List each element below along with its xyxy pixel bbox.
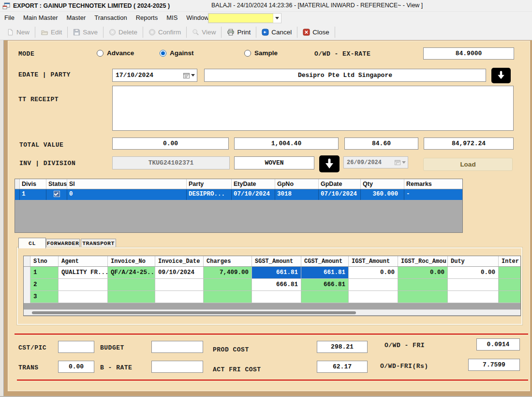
calendar-icon bbox=[395, 160, 400, 165]
total-value-field-4[interactable]: 84,972.24 bbox=[424, 137, 514, 150]
column-header-duty[interactable]: Duty bbox=[448, 256, 499, 266]
column-header-status[interactable]: Status bbox=[46, 179, 67, 189]
toolbar-separator bbox=[297, 27, 297, 38]
save-button[interactable]: Save bbox=[69, 27, 102, 38]
undo-circle-icon bbox=[262, 29, 269, 36]
confirm-button[interactable]: Confirm bbox=[144, 27, 185, 38]
table-row[interactable]: 2 666.81 666.81 bbox=[24, 279, 520, 291]
mode-radio-against[interactable]: Against bbox=[160, 49, 194, 57]
table-row[interactable]: 3 bbox=[24, 291, 520, 303]
total-value-field-2[interactable]: 1,004.40 bbox=[234, 137, 339, 150]
row-indicator bbox=[24, 291, 30, 303]
column-header-agent[interactable]: Agent bbox=[59, 256, 108, 266]
edate-party-label: EDATE | PARTY bbox=[18, 71, 71, 78]
trans-field[interactable]: 0.00 bbox=[58, 361, 94, 373]
act-fri-cost-field[interactable]: 62.17 bbox=[317, 361, 368, 373]
down-arrow-icon bbox=[324, 158, 335, 170]
column-header-slno[interactable]: Slno bbox=[30, 256, 59, 266]
column-header-invoice-no[interactable]: Invoice_No bbox=[108, 256, 155, 266]
column-header-igst[interactable]: IGST_Amount bbox=[349, 256, 398, 266]
tab-cl[interactable]: CL bbox=[18, 238, 46, 248]
mode-label: MODE bbox=[18, 50, 34, 58]
window-left-edge bbox=[0, 40, 4, 397]
app-window: EXPORT : GAINUP TECHNOTEK LIMITED ( 2024… bbox=[0, 0, 532, 397]
chevron-down-icon[interactable] bbox=[191, 74, 195, 76]
cancel-button[interactable]: Cancel bbox=[257, 27, 296, 38]
mode-radio-advance[interactable]: Advance bbox=[97, 49, 134, 57]
budget-label: BUDGET bbox=[100, 344, 124, 351]
column-header-divis[interactable]: Divis bbox=[20, 179, 46, 189]
selected-cell[interactable]: 661.81 bbox=[252, 267, 301, 279]
selected-cell[interactable]: 661.81 bbox=[301, 267, 349, 279]
budget-field[interactable] bbox=[151, 341, 203, 353]
table-row[interactable]: 1 QUALITY FR... QF/A/24-25... 09/10/2024… bbox=[24, 267, 520, 279]
print-button[interactable]: Print bbox=[222, 27, 255, 38]
new-button[interactable]: New bbox=[2, 27, 34, 38]
radio-icon bbox=[97, 50, 103, 57]
total-value-field-3[interactable]: 84.60 bbox=[344, 137, 418, 150]
total-value-label: TOTAL VALUE bbox=[19, 141, 63, 149]
act-fri-cost-label: ACT FRI COST bbox=[213, 366, 261, 373]
cst-pic-field[interactable] bbox=[58, 341, 94, 353]
column-header-charges[interactable]: Charges bbox=[204, 256, 252, 266]
division-lookup-button[interactable] bbox=[319, 155, 340, 172]
scrollbar-thumb[interactable] bbox=[32, 311, 356, 314]
menu-transaction[interactable]: Transaction bbox=[90, 13, 131, 23]
printer-icon bbox=[227, 29, 235, 36]
column-header-gpno[interactable]: GpNo bbox=[275, 179, 319, 189]
column-header-etydate[interactable]: EtyDate bbox=[232, 179, 275, 189]
prod-cost-field[interactable]: 298.21 bbox=[317, 341, 368, 353]
column-header-remarks[interactable]: Remarks bbox=[404, 179, 462, 189]
cl-tab-panel: Slno Agent Invoice_No Invoice_Date Charg… bbox=[17, 247, 522, 325]
column-header-cgst[interactable]: CGST_Amount bbox=[301, 256, 349, 266]
column-header-invoice-date[interactable]: Invoice_Date bbox=[155, 256, 204, 266]
table-row-selected[interactable]: 1 0 DESIPRO... 07/10/2024 3018 07/10/202… bbox=[15, 189, 462, 200]
owd-fri-rs-label: O/WD-FRI(Rs) bbox=[380, 363, 429, 370]
column-header-sl[interactable]: Sl bbox=[67, 179, 187, 189]
close-button[interactable]: Close bbox=[298, 27, 334, 38]
view-button[interactable]: View bbox=[188, 27, 220, 38]
party-lookup-button[interactable] bbox=[491, 68, 511, 83]
menu-reports[interactable]: Reports bbox=[132, 13, 163, 23]
party-field[interactable]: Desipro Pte Ltd Singapore bbox=[204, 69, 486, 82]
radio-checked-icon bbox=[160, 50, 166, 57]
column-header-sgst[interactable]: SGST_Amount bbox=[252, 256, 301, 266]
owd-fri-field[interactable]: 0.0914 bbox=[476, 338, 520, 351]
horizontal-scrollbar[interactable] bbox=[24, 309, 520, 315]
quick-search-combobox[interactable] bbox=[208, 13, 281, 23]
owd-fri-rs-field[interactable]: 7.7599 bbox=[468, 359, 520, 371]
tab-forwarder[interactable]: FORWARDER bbox=[46, 239, 80, 248]
total-value-field-1[interactable]: 0.00 bbox=[112, 137, 229, 150]
trans-label: TRANS bbox=[18, 364, 39, 371]
tt-receipt-input[interactable] bbox=[112, 86, 514, 131]
column-header-party[interactable]: Party bbox=[187, 179, 232, 189]
edate-picker[interactable]: 17/10/2024 bbox=[112, 69, 197, 82]
row-indicator bbox=[24, 267, 30, 279]
chevron-down-icon bbox=[402, 161, 406, 164]
toolbar-separator bbox=[143, 27, 143, 38]
edit-button[interactable]: Edit bbox=[36, 27, 66, 38]
menu-file[interactable]: File bbox=[0, 13, 19, 23]
column-header-gpdate[interactable]: GpDate bbox=[319, 179, 361, 189]
menu-main-master[interactable]: Main Master bbox=[19, 13, 62, 23]
quick-search-input[interactable] bbox=[208, 14, 273, 23]
status-checkbox-checked[interactable] bbox=[54, 191, 60, 197]
toolbar-separator bbox=[103, 27, 103, 38]
tab-transport[interactable]: TRANSPORT bbox=[81, 239, 116, 248]
division-field[interactable]: WOVEN bbox=[234, 156, 314, 169]
quick-search-dropdown-button[interactable] bbox=[273, 14, 281, 23]
ex-rate-field[interactable]: 84.9000 bbox=[423, 47, 514, 60]
mode-radio-sample[interactable]: Sample bbox=[244, 49, 278, 57]
b-rate-field[interactable] bbox=[151, 361, 203, 373]
column-header-igst-roc[interactable]: IGST_Roc_Amou bbox=[398, 256, 448, 266]
menu-mis[interactable]: MIS bbox=[162, 13, 182, 23]
close-x-icon bbox=[303, 29, 310, 36]
column-header-qty[interactable]: Qty bbox=[361, 179, 404, 189]
chevron-down-icon bbox=[275, 17, 279, 19]
app-title: EXPORT : GAINUP TECHNOTEK LIMITED ( 2024… bbox=[13, 2, 170, 9]
menu-master[interactable]: Master bbox=[62, 13, 90, 23]
delete-button[interactable]: Delete bbox=[104, 27, 142, 38]
floppy-disk-icon bbox=[73, 29, 80, 36]
load-button[interactable]: Load bbox=[423, 158, 513, 171]
column-header-inter[interactable]: Inter bbox=[499, 256, 520, 266]
